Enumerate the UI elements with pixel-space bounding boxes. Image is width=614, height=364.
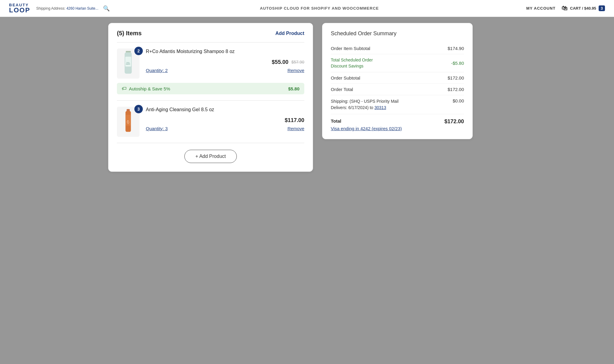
cart-icon: 🛍 <box>562 5 568 12</box>
add-product-button[interactable]: + Add Product <box>184 150 237 163</box>
product-info-2: Anti-Aging Cleansing Gel 8.5 oz $117.00 … <box>146 107 304 131</box>
product-price-2: $117.00 <box>285 117 304 124</box>
shipping-label: Shipping: (SHQ - USPS Priority Mail Deli… <box>331 98 415 111</box>
order-subtotal-value: $172.00 <box>448 75 464 80</box>
cart-count-badge: 3 <box>599 5 605 11</box>
main-content: (5) Items Add Product 2 <box>96 17 518 178</box>
product-badge-2: 3 <box>134 105 143 113</box>
product-price-row-2: $117.00 <box>146 117 304 124</box>
subtotal-row: Order Item Subtotal $174.90 <box>331 43 464 54</box>
product-price-original-1: $57.90 <box>291 60 304 64</box>
items-count: (5) Items <box>117 30 142 37</box>
add-product-btn-wrap: + Add Product <box>108 143 313 171</box>
visa-total-value: $172.00 <box>444 118 464 125</box>
svg-rect-5 <box>127 109 130 111</box>
quantity-link-2[interactable]: Quantity: 3 <box>146 126 168 131</box>
svg-text:Gel: Gel <box>127 123 129 124</box>
site-header: BEAUTY LOOP Shipping Address: 4260 Harla… <box>0 0 614 17</box>
product-price-row-1: $55.00 $57.90 <box>146 59 304 65</box>
header-right: MY ACCOUNT 🛍 CART / $40.95 3 <box>526 5 605 12</box>
quantity-link-1[interactable]: Quantity: 2 <box>146 68 168 73</box>
order-total-value: $172.00 <box>448 87 464 92</box>
product-info-1: R+Co Atlantis Moisturizing Shampoo 8 oz … <box>146 49 304 73</box>
subtotal-value: $174.90 <box>448 46 464 51</box>
autoship-savings: $5.80 <box>288 86 299 91</box>
visa-link[interactable]: Visa ending in 4242 (expires 02/23) <box>331 126 402 131</box>
remove-link-2[interactable]: Remove <box>287 126 304 131</box>
remove-link-1[interactable]: Remove <box>287 68 304 73</box>
product-image-wrap-1: 2 R+Co ATLANTIS <box>117 49 141 79</box>
svg-text:ATLANTIS: ATLANTIS <box>126 64 130 65</box>
total-label: Total <box>331 118 402 124</box>
cart-label: CART / $40.95 <box>570 6 596 11</box>
shampoo-bottle-svg: R+Co ATLANTIS <box>121 51 135 77</box>
discount-row: Total Scheduled OrderDiscount Savings -$… <box>331 54 464 72</box>
product-row-2: 3 Anti Aging Gel <box>117 107 304 137</box>
product-item-2: 3 Anti Aging Gel <box>108 101 313 143</box>
summary-title: Scheduled Order Summary <box>331 30 464 37</box>
product-actions-1: Quantity: 2 Remove <box>146 68 304 73</box>
product-image-wrap-2: 3 Anti Aging Gel <box>117 107 141 137</box>
product-name-1: R+Co Atlantis Moisturizing Shampoo 8 oz <box>146 49 304 55</box>
gel-bottle-svg: Anti Aging Gel <box>123 109 133 135</box>
svg-rect-2 <box>125 56 131 66</box>
tag-icon: 🏷 <box>122 86 127 91</box>
shipping-value: $0.00 <box>453 98 464 103</box>
order-total-row: Order Total $172.00 <box>331 84 464 95</box>
svg-text:R+Co: R+Co <box>127 62 130 63</box>
site-logo[interactable]: BEAUTY LOOP <box>9 3 30 14</box>
order-subtotal-row: Order Subtotal $172.00 <box>331 72 464 84</box>
discount-label: Total Scheduled OrderDiscount Savings <box>331 57 373 69</box>
shipping-row: Shipping: (SHQ - USPS Priority Mail Deli… <box>331 95 464 114</box>
product-row-1: 2 R+Co ATLANTIS <box>117 49 304 79</box>
product-name-2: Anti-Aging Cleansing Gel 8.5 oz <box>146 107 304 113</box>
search-icon[interactable]: 🔍 <box>103 5 110 12</box>
address-link[interactable]: 4260 Harlan Suite... <box>66 6 98 11</box>
add-product-header-link[interactable]: Add Product <box>275 31 304 36</box>
autoship-label-wrap: 🏷 Autoship & Save 5% <box>122 86 170 91</box>
total-visa-row: Total Visa ending in 4242 (expires 02/23… <box>331 114 464 132</box>
nav-title: AUTOSHIP CLOUD FOR SHOPIFY AND WOOCOMMER… <box>113 6 526 11</box>
discount-value: -$5.80 <box>451 61 464 66</box>
svg-text:Anti: Anti <box>127 120 129 121</box>
logo-loop: LOOP <box>9 7 30 14</box>
subtotal-label: Order Item Subtotal <box>331 46 370 51</box>
svg-text:Aging: Aging <box>127 121 130 123</box>
order-total-label: Order Total <box>331 87 353 92</box>
order-subtotal-label: Order Subtotal <box>331 75 360 80</box>
header-address: Shipping Address: 4260 Harlan Suite... <box>36 6 98 11</box>
product-badge-1: 2 <box>134 47 143 55</box>
my-account-link[interactable]: MY ACCOUNT <box>526 6 556 11</box>
cart-wrap[interactable]: 🛍 CART / $40.95 3 <box>562 5 605 12</box>
order-items-panel: (5) Items Add Product 2 <box>108 23 313 172</box>
panel-header: (5) Items Add Product <box>108 23 313 42</box>
product-item-1: 2 R+Co ATLANTIS <box>108 42 313 100</box>
shipping-zipcode-link[interactable]: 30313 <box>374 105 386 110</box>
product-actions-2: Quantity: 3 Remove <box>146 126 304 131</box>
autoship-banner-1: 🏷 Autoship & Save 5% $5.80 <box>117 83 304 94</box>
autoship-label: Autoship & Save 5% <box>129 86 170 91</box>
product-price-1: $55.00 <box>272 59 288 65</box>
order-summary-panel: Scheduled Order Summary Order Item Subto… <box>322 23 473 139</box>
